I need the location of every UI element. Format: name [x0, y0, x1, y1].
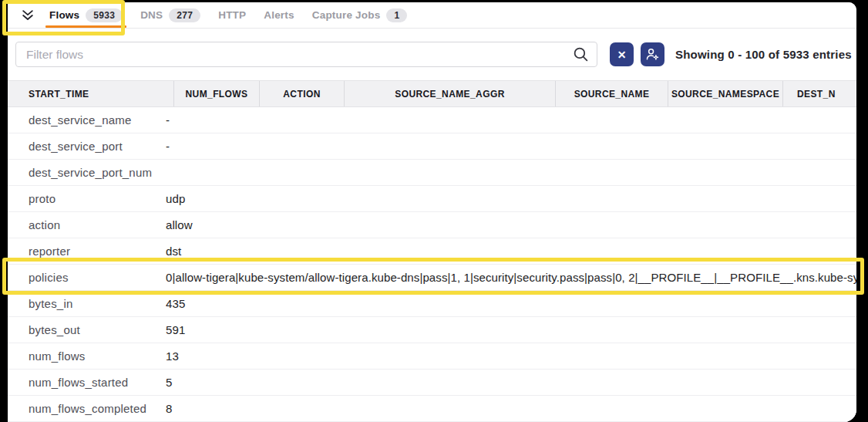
column-header-source_name_aggr[interactable]: SOURCE_NAME_AGGR: [345, 81, 556, 106]
detail-value: 0|allow-tigera|kube-system/allow-tigera.…: [166, 271, 856, 284]
tab-label: Alerts: [264, 9, 294, 21]
detail-key: dest_service_name: [8, 113, 166, 127]
detail-key: dest_service_port_num: [8, 166, 166, 179]
detail-value: udp: [166, 192, 856, 205]
tab-label: HTTP: [218, 9, 246, 21]
tab-badge: 277: [169, 8, 200, 22]
user-gear-icon: [645, 47, 660, 62]
detail-key: dest_service_port: [8, 140, 166, 153]
tab-bar: Flows5933DNS277HTTPAlertsCapture Jobs1: [8, 2, 856, 29]
detail-row-bytes_in: bytes_in435: [8, 291, 856, 317]
tab-capture-jobs[interactable]: Capture Jobs1: [308, 2, 412, 28]
detail-key: num_flows_started: [8, 376, 166, 389]
tab-label: DNS: [140, 9, 163, 21]
detail-row-action: actionallow: [8, 212, 856, 238]
detail-value: dst: [166, 245, 856, 258]
tab-list: Flows5933DNS277HTTPAlertsCapture Jobs1: [45, 2, 421, 28]
flow-logs-panel: Flows5933DNS277HTTPAlertsCapture Jobs1 ✕: [8, 2, 856, 422]
tab-dns[interactable]: DNS277: [136, 2, 204, 28]
detail-row-num_flows_completed: num_flows_completed8: [8, 396, 856, 422]
detail-value: 13: [166, 349, 856, 363]
detail-key: policies: [8, 271, 166, 284]
detail-key: proto: [8, 192, 166, 205]
toolbar: ✕ Showing 0 - 100 of 5933 entries ‹: [8, 29, 856, 80]
detail-key: num_flows_completed: [8, 402, 166, 415]
column-header-action[interactable]: ACTION: [260, 81, 345, 106]
detail-value: 5: [166, 376, 856, 389]
user-settings-button[interactable]: [641, 42, 664, 66]
detail-row-policies: policies0|allow-tigera|kube-system/allow…: [8, 265, 856, 291]
column-header-start_time[interactable]: START_TIME: [8, 81, 174, 106]
table-header-row: START_TIMENUM_FLOWSACTIONSOURCE_NAME_AGG…: [8, 80, 856, 107]
detail-row-bytes_out: bytes_out591: [8, 317, 856, 343]
tab-badge: 1: [386, 8, 407, 22]
search-icon: [573, 46, 589, 62]
detail-value: allow: [166, 218, 856, 231]
tab-label: Capture Jobs: [312, 9, 381, 21]
detail-value: 591: [166, 323, 856, 336]
column-header-source_name[interactable]: SOURCE_NAME: [556, 81, 668, 106]
detail-key: num_flows: [8, 349, 166, 363]
flow-detail-list: dest_service_name-dest_service_port-dest…: [8, 107, 856, 422]
chevron-double-down-icon[interactable]: [19, 7, 36, 24]
detail-value: 8: [166, 402, 856, 415]
detail-value: 435: [166, 297, 856, 310]
x-icon: ✕: [617, 49, 627, 61]
detail-row-num_flows_started: num_flows_started5: [8, 370, 856, 396]
detail-row-dest_service_port: dest_service_port-: [8, 133, 856, 160]
tab-label: Flows: [49, 9, 79, 21]
detail-row-proto: protoudp: [8, 186, 856, 212]
detail-key: bytes_in: [8, 297, 166, 310]
column-header-source_namespace[interactable]: SOURCE_NAMESPACE: [668, 81, 783, 106]
tab-http[interactable]: HTTP: [214, 2, 250, 28]
clear-filter-button[interactable]: ✕: [610, 42, 634, 66]
detail-key: reporter: [8, 245, 166, 258]
column-header-num_flows[interactable]: NUM_FLOWS: [174, 81, 260, 106]
filter-wrap: [15, 42, 597, 67]
detail-row-dest_service_port_num: dest_service_port_num: [8, 160, 856, 186]
detail-key: action: [8, 218, 166, 231]
filter-flows-input[interactable]: [15, 42, 597, 67]
detail-row-num_flows: num_flows13: [8, 343, 856, 370]
detail-row-dest_service_name: dest_service_name-: [8, 107, 856, 133]
showing-entries-text: Showing 0 - 100 of 5933 entries: [675, 48, 852, 61]
column-header-dest_n[interactable]: DEST_N: [783, 81, 856, 106]
detail-value: -: [166, 113, 856, 127]
detail-value: -: [166, 140, 856, 153]
detail-key: bytes_out: [8, 323, 166, 336]
detail-row-reporter: reporterdst: [8, 238, 856, 265]
tab-badge: 5933: [86, 8, 123, 22]
tab-flows[interactable]: Flows5933: [45, 2, 126, 28]
tab-alerts[interactable]: Alerts: [260, 2, 298, 28]
